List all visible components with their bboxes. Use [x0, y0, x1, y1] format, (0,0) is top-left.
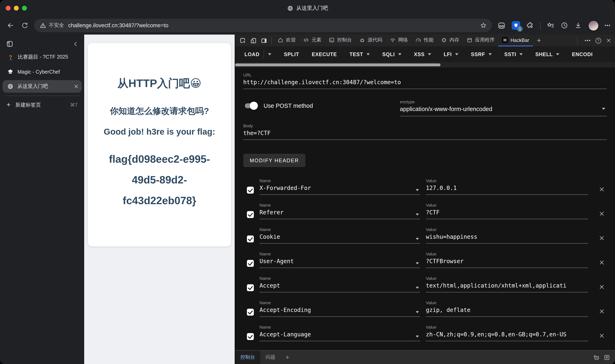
header-name-field[interactable]: Name User-Agent [260, 251, 420, 268]
sidebar-tab[interactable]: Magic - CyberChef [2, 65, 82, 78]
browser-menu-icon[interactable] [605, 25, 610, 26]
header-name-input[interactable]: Accept-Language [260, 329, 420, 341]
hackbar-menu-item[interactable]: SQLI [382, 52, 402, 57]
sidebar-tab[interactable]: 从这里入门吧 [2, 80, 82, 93]
sidebar-tab[interactable]: ? 比赛题目 - ?CTF 2025 [2, 51, 82, 64]
devtools-tab[interactable]: 内存 [437, 35, 463, 46]
remove-header-icon[interactable] [599, 211, 604, 216]
header-value-input[interactable]: ?CTFBrowser [426, 256, 588, 268]
chevron-down-icon[interactable] [416, 336, 419, 338]
remove-header-icon[interactable] [599, 235, 604, 241]
post-method-toggle[interactable] [244, 102, 258, 110]
devtools-help-icon[interactable]: ? [595, 38, 601, 43]
header-value-field[interactable]: Value text/html,application/xhtml+xml,ap… [426, 276, 588, 292]
chevron-down-icon[interactable] [416, 214, 419, 216]
hackbar-menu-item[interactable]: TEST [350, 52, 370, 57]
address-bar[interactable]: 不安全 challenge.ilovectf.cn:30487/?welcome… [34, 19, 492, 32]
header-enabled-checkbox[interactable] [247, 260, 254, 267]
header-enabled-checkbox[interactable] [247, 284, 254, 291]
hackbar-menu-item[interactable]: SPLIT [284, 52, 299, 57]
header-enabled-checkbox[interactable] [247, 211, 254, 218]
devtools-tab[interactable]: 应用程序 [463, 35, 498, 46]
tab-group-extension-icon[interactable] [497, 21, 506, 29]
header-name-field[interactable]: Name X-Forwarded-For [260, 178, 420, 195]
devtools-tab[interactable]: 欢迎 [274, 35, 299, 46]
devtools-tab[interactable]: 元素 [299, 35, 325, 46]
close-window-button[interactable] [6, 6, 11, 11]
header-value-field[interactable]: Value ?CTFBrowser [426, 251, 588, 268]
hackbar-menu-item[interactable]: LOAD [244, 50, 271, 59]
chevron-down-icon[interactable] [416, 238, 419, 240]
devtools-tab[interactable]: 性能 [412, 35, 437, 46]
remove-header-icon[interactable] [599, 309, 604, 314]
devtools-tab[interactable]: 源代码 [355, 35, 386, 46]
device-toolbar-icon[interactable] [248, 35, 259, 46]
more-tools-plus-icon[interactable]: + [533, 36, 545, 45]
header-value-input[interactable]: zh-CN,zh;q=0.9,en;q=0.8,en-GB;q=0.7,en-U… [426, 329, 588, 341]
devtools-tab[interactable]: H HackBar [498, 35, 533, 46]
chevron-down-icon[interactable] [416, 287, 419, 289]
header-value-field[interactable]: Value zh-CN,zh;q=0.9,en;q=0.8,en-GB;q=0.… [426, 325, 588, 341]
hackbar-menu-item[interactable]: LFI [444, 52, 458, 57]
header-value-field[interactable]: Value gzip, deflate [426, 300, 588, 317]
devtools-tab[interactable]: 网络 [386, 35, 412, 46]
body-field-input[interactable]: the=?CTF [243, 128, 607, 140]
remove-header-icon[interactable] [599, 333, 604, 338]
header-name-field[interactable]: Name Cookie [260, 227, 420, 244]
password-manager-extension-icon[interactable]: 1 [512, 21, 520, 30]
bookmark-star-icon[interactable] [480, 22, 487, 29]
header-name-input[interactable]: Cookie [260, 232, 420, 244]
remove-header-icon[interactable] [599, 284, 604, 290]
hackbar-menu-item[interactable]: SSRF [471, 52, 492, 57]
header-name-field[interactable]: Name Accept-Language [260, 325, 420, 341]
header-name-field[interactable]: Name Accept [260, 276, 420, 292]
chevron-down-icon[interactable] [416, 189, 419, 191]
header-value-input[interactable]: ?CTF [426, 208, 588, 219]
header-value-field[interactable]: Value ?CTF [426, 203, 588, 219]
profile-avatar[interactable] [588, 20, 599, 31]
close-tab-icon[interactable] [74, 84, 79, 89]
hackbar-menu-item[interactable]: SSTI [504, 52, 523, 57]
header-enabled-checkbox[interactable] [247, 333, 254, 340]
header-value-field[interactable]: Value wishu=happiness [426, 227, 588, 244]
header-name-input[interactable]: User-Agent [260, 256, 420, 268]
header-value-field[interactable]: Value 127.0.0.1 [426, 178, 588, 195]
remove-header-icon[interactable] [599, 187, 604, 192]
header-value-input[interactable]: wishu=happiness [426, 232, 588, 244]
minimize-window-button[interactable] [14, 6, 19, 11]
header-name-field[interactable]: Name Referer [260, 203, 420, 219]
back-button[interactable] [5, 20, 15, 31]
header-value-input[interactable]: gzip, deflate [426, 305, 588, 317]
bookmarks-list-icon[interactable] [547, 22, 554, 29]
header-name-input[interactable]: Accept [260, 281, 420, 292]
header-name-input[interactable]: Accept-Encoding [260, 305, 420, 317]
chevron-down-icon[interactable] [416, 311, 419, 313]
refresh-button[interactable] [20, 20, 30, 31]
drawer-add-tab-icon[interactable]: + [281, 354, 294, 361]
hackbar-menu-item[interactable]: SHELL [535, 52, 559, 57]
hackbar-menu-item[interactable]: EXECUTE [312, 52, 337, 57]
chevron-down-icon[interactable] [416, 262, 419, 264]
header-enabled-checkbox[interactable] [247, 187, 254, 194]
header-enabled-checkbox[interactable] [247, 235, 254, 242]
hackbar-menu-item[interactable]: XSS [414, 52, 431, 57]
history-icon[interactable] [561, 22, 568, 29]
toast-notification-icon[interactable] [593, 354, 600, 361]
security-label[interactable]: 不安全 [49, 22, 64, 29]
downloads-icon[interactable] [574, 22, 582, 29]
dock-side-icon[interactable] [259, 35, 269, 46]
url-field-input[interactable]: http://challenge.ilovectf.cn:30487/?welc… [243, 77, 607, 89]
chevron-down-icon[interactable] [268, 53, 271, 55]
enctype-select[interactable]: application/x-www-form-urlencoded [400, 104, 607, 116]
devtools-close-icon[interactable] [606, 38, 611, 43]
header-enabled-checkbox[interactable] [247, 309, 254, 316]
drawer-tab[interactable]: 控制台 [235, 351, 260, 364]
collapse-sidebar-icon[interactable] [73, 41, 79, 47]
open-panel-icon[interactable] [604, 354, 610, 361]
hackbar-menu-item[interactable]: ENCODI [572, 52, 593, 57]
scrollbar-thumb[interactable] [235, 64, 441, 66]
modify-header-button[interactable]: MODIFY HEADER [243, 154, 305, 167]
horizontal-scrollbar[interactable] [235, 62, 615, 67]
header-name-input[interactable]: X-Forwarded-For [260, 183, 420, 195]
header-name-input[interactable]: Referer [260, 208, 420, 219]
